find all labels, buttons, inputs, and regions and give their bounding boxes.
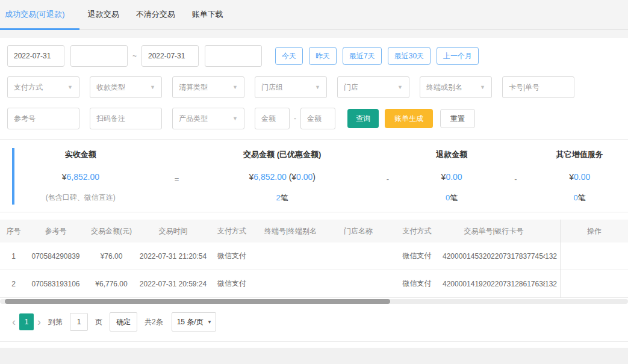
cell-index: 2: [0, 280, 27, 288]
text-filter-row: 产品类型 ▼ - 查询 账单生成 重置: [0, 108, 628, 129]
cell-ref-no: 070584290839: [27, 252, 84, 261]
action-cell: [561, 270, 628, 298]
tab-spacer: [0, 30, 628, 38]
goto-label: 到第: [48, 317, 63, 327]
terminal-select-label: 终端或别名: [426, 82, 462, 93]
product-type-select-label: 产品类型: [179, 114, 208, 124]
goto-page-input[interactable]: [70, 313, 88, 331]
tab-refund-trades[interactable]: 退款交易: [79, 0, 128, 30]
other-label: 其它增值服务: [556, 149, 603, 160]
chevron-down-icon: ▼: [150, 84, 155, 90]
summary-accent-bar: [12, 148, 14, 205]
query-button[interactable]: 查询: [347, 109, 379, 128]
table-row: 1 070584290839 ¥76.00 2022-07-31 21:20:5…: [0, 242, 560, 270]
other-amount: ¥0.00: [569, 172, 590, 182]
store-group-select[interactable]: 门店组 ▼: [255, 76, 327, 98]
date-to-input[interactable]: [141, 45, 199, 67]
chevron-down-icon: ▼: [480, 84, 485, 90]
footer-strip: [0, 348, 628, 364]
quick-last7days-button[interactable]: 最近7天: [343, 47, 382, 65]
cell-pay-method: 微信支付: [208, 279, 256, 289]
pay-method-select[interactable]: 支付方式 ▼: [7, 76, 79, 98]
receipt-type-select[interactable]: 收款类型 ▼: [90, 76, 162, 98]
date-from-input[interactable]: [7, 45, 64, 67]
header-store-name: 门店名称: [325, 226, 391, 236]
time-to-input[interactable]: [205, 45, 262, 67]
tab-unsettled-trades[interactable]: 不清分交易: [128, 0, 184, 30]
scan-note-input[interactable]: [90, 108, 162, 129]
date-range-separator: ~: [132, 52, 137, 60]
card-no-input[interactable]: [502, 76, 574, 98]
cell-amount: ¥6,776.00: [84, 280, 138, 288]
minus-sign: -: [372, 149, 403, 203]
next-page-icon[interactable]: ›: [34, 316, 45, 327]
store-select-label: 门店: [344, 82, 358, 93]
equals-sign: =: [161, 149, 193, 203]
header-terminal: 终端号|终端别名: [256, 226, 325, 236]
cell-time: 2022-07-31 20:59:24: [138, 280, 208, 288]
receipt-type-select-label: 收款类型: [96, 82, 125, 93]
summary-section: 实收金额 ¥6,852.00 (包含口碑、微信直连) = 交易金额 (已优惠金额…: [0, 139, 628, 212]
amount-min-input[interactable]: [255, 108, 290, 129]
reset-button[interactable]: 重置: [440, 109, 475, 128]
settle-type-select[interactable]: 清算类型 ▼: [172, 76, 244, 98]
terminal-select[interactable]: 终端或别名 ▼: [420, 76, 492, 98]
chevron-down-icon: ▼: [315, 84, 320, 90]
header-pay-method2: 支付方式: [391, 226, 443, 236]
quick-last30days-button[interactable]: 最近30天: [388, 47, 431, 65]
chevron-down-icon: ▼: [397, 84, 403, 90]
header-ref-no: 参考号: [27, 226, 84, 236]
trade-count: 2笔: [276, 193, 288, 203]
main-panel: ~ 今天 昨天 最近7天 最近30天 上一个月 支付方式 ▼ 收款类型 ▼ 清算…: [0, 38, 628, 342]
other-count: 0笔: [574, 193, 586, 203]
time-from-input[interactable]: [70, 45, 128, 67]
received-amount: ¥6,852.00: [62, 172, 99, 182]
received-label: 实收金额: [65, 149, 96, 160]
cell-index: 1: [0, 252, 27, 261]
cell-card-no: 132: [545, 252, 560, 261]
received-note: (包含口碑、微信直连): [46, 193, 116, 203]
ref-no-input[interactable]: [7, 108, 79, 129]
table-row: 2 070583193106 ¥6,776.00 2022-07-31 20:5…: [0, 270, 560, 298]
confirm-page-button[interactable]: 确定: [110, 312, 137, 332]
select-filter-row: 支付方式 ▼ 收款类型 ▼ 清算类型 ▼ 门店组 ▼ 门店 ▼ 终端或别名 ▼: [0, 76, 628, 98]
page-size-select[interactable]: 15 条/页 ▾: [172, 312, 217, 332]
store-select[interactable]: 门店 ▼: [337, 76, 409, 98]
refund-label: 退款金额: [436, 149, 467, 160]
quick-lastmonth-button[interactable]: 上一个月: [437, 47, 479, 65]
chevron-down-icon: ▼: [232, 116, 238, 122]
cell-time: 2022-07-31 21:20:54: [138, 252, 208, 261]
summary-received: 实收金额 ¥6,852.00 (包含口碑、微信直连): [0, 149, 161, 203]
page-unit-label: 页: [95, 317, 102, 327]
page-size-label: 15 条/页: [177, 317, 204, 327]
quick-today-button[interactable]: 今天: [275, 47, 303, 65]
settle-type-select-label: 清算类型: [179, 82, 208, 93]
amount-max-input[interactable]: [300, 108, 335, 129]
summary-other: 其它增值服务 ¥0.00 0笔: [531, 149, 628, 203]
product-type-select[interactable]: 产品类型 ▼: [172, 108, 244, 129]
tab-success-trades[interactable]: 成功交易(可退款): [0, 0, 79, 30]
table-scroll-area: 序号 参考号 交易金额(元) 交易时间 支付方式 终端号|终端别名 门店名称 支…: [0, 220, 560, 298]
chevron-down-icon: ▼: [232, 84, 238, 90]
summary-refund: 退款金额 ¥0.00 0笔: [403, 149, 500, 203]
trade-amount: ¥6,852.00 (¥0.00): [249, 172, 316, 182]
tab-bar: 成功交易(可退款) 退款交易 不清分交易 账单下载: [0, 0, 628, 30]
cell-card-no: 132: [545, 280, 560, 288]
refund-count: 0笔: [446, 193, 458, 203]
quick-yesterday-button[interactable]: 昨天: [309, 47, 337, 65]
tab-bill-download[interactable]: 账单下载: [184, 0, 232, 30]
header-amount: 交易金额(元): [84, 226, 138, 236]
bill-generate-button[interactable]: 账单生成: [385, 109, 433, 128]
pay-method-select-label: 支付方式: [14, 82, 43, 93]
current-page-button[interactable]: 1: [19, 313, 34, 330]
header-pay-method: 支付方式: [208, 226, 256, 236]
fixed-action-column: 操作: [560, 220, 628, 298]
date-filter-row: ~ 今天 昨天 最近7天 最近30天 上一个月: [0, 45, 628, 67]
horizontal-scrollbar-thumb[interactable]: [5, 299, 390, 304]
minus-sign: -: [500, 149, 531, 203]
action-cell: [561, 242, 628, 270]
prev-page-icon[interactable]: ‹: [8, 316, 19, 327]
header-action: 操作: [561, 220, 628, 242]
total-count-label: 共2条: [145, 317, 163, 327]
cell-pay-method2: 微信支付: [391, 251, 443, 261]
